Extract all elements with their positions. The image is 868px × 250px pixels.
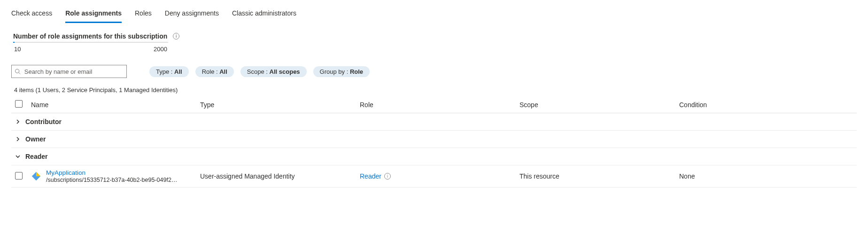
tabs-bar: Check access Role assignments Roles Deny… [11, 8, 857, 23]
filter-scope[interactable]: Scope : All scopes [240, 66, 307, 77]
cell-condition: None [675, 165, 857, 188]
col-header-scope[interactable]: Scope [516, 96, 675, 113]
svg-line-1 [19, 72, 20, 74]
cell-scope: This resource [516, 165, 675, 188]
filter-role[interactable]: Role : All [195, 66, 234, 77]
search-icon [15, 68, 21, 75]
info-icon[interactable]: i [173, 33, 179, 39]
svg-marker-3 [36, 172, 40, 176]
tab-roles[interactable]: Roles [135, 8, 152, 23]
group-label: Reader [25, 153, 47, 160]
principal-name-link[interactable]: MyApplication [46, 169, 178, 177]
col-header-type[interactable]: Type [196, 96, 356, 113]
assignment-count-max: 2000 [154, 46, 167, 53]
tab-deny-assignments[interactable]: Deny assignments [165, 8, 219, 23]
tab-check-access[interactable]: Check access [11, 8, 52, 23]
row-checkbox[interactable] [15, 172, 23, 180]
filter-row: Type : All Role : All Scope : All scopes… [11, 65, 857, 78]
principal-path: /subscriptions/15335712-b37a-40b2-be95-0… [46, 177, 178, 183]
assignments-table: Name Type Role Scope Condition Contribut… [11, 96, 857, 188]
group-label: Owner [25, 135, 46, 143]
assignment-count-progress: 10 2000 [13, 42, 168, 53]
assignment-count-label: Number of role assignments for this subs… [13, 32, 167, 40]
filter-type[interactable]: Type : All [149, 66, 189, 77]
assignment-count-row: Number of role assignments for this subs… [13, 32, 857, 40]
select-all-checkbox[interactable] [15, 100, 23, 108]
chevron-down-icon [15, 154, 21, 159]
info-icon[interactable]: i [384, 173, 391, 180]
table-row: MyApplication /subscriptions/15335712-b3… [11, 165, 857, 188]
group-reader[interactable]: Reader [11, 148, 857, 165]
search-input-wrapper[interactable] [11, 65, 127, 78]
tab-role-assignments[interactable]: Role assignments [65, 8, 122, 23]
cell-type: User-assigned Managed Identity [196, 165, 356, 188]
filter-groupby[interactable]: Group by : Role [313, 66, 370, 77]
chevron-right-icon [15, 136, 21, 142]
search-input[interactable] [23, 68, 124, 76]
group-contributor[interactable]: Contributor [11, 113, 857, 131]
result-summary: 4 items (1 Users, 2 Service Principals, … [14, 86, 857, 94]
role-link[interactable]: Reader [360, 172, 381, 180]
managed-identity-icon [31, 171, 41, 181]
group-label: Contributor [25, 118, 62, 125]
chevron-right-icon [15, 119, 21, 125]
col-header-name[interactable]: Name [27, 96, 196, 113]
group-owner[interactable]: Owner [11, 131, 857, 148]
assignment-count-current: 10 [14, 46, 21, 53]
col-header-condition[interactable]: Condition [675, 96, 857, 113]
col-header-role[interactable]: Role [356, 96, 516, 113]
svg-point-0 [16, 69, 19, 73]
tab-classic-administrators[interactable]: Classic administrators [232, 8, 296, 23]
